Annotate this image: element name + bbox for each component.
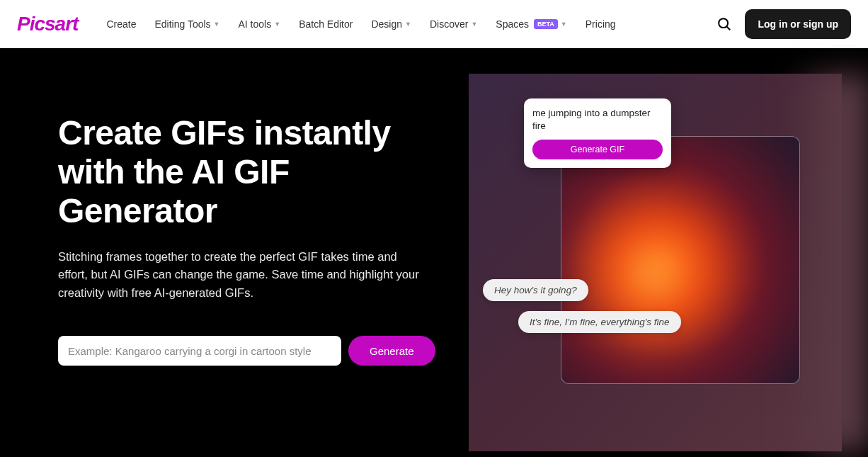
logo[interactable]: Picsart bbox=[17, 13, 78, 35]
beta-badge: BETA bbox=[534, 19, 558, 29]
nav-discover[interactable]: Discover▼ bbox=[430, 18, 477, 30]
nav-design[interactable]: Design▼ bbox=[371, 18, 411, 30]
header-right: Log in or sign up bbox=[716, 9, 851, 39]
generate-button[interactable]: Generate bbox=[348, 336, 435, 366]
hero-title: Create GIFs instantly with the AI GIF Ge… bbox=[58, 113, 440, 231]
login-button[interactable]: Log in or sign up bbox=[745, 9, 851, 39]
nav-editing-tools[interactable]: Editing Tools▼ bbox=[154, 18, 219, 30]
chevron-down-icon: ▼ bbox=[214, 21, 220, 28]
hero-section: Create GIFs instantly with the AI GIF Ge… bbox=[0, 48, 868, 457]
header: Picsart Create Editing Tools▼ AI tools▼ … bbox=[0, 0, 868, 48]
preview-frame bbox=[561, 136, 800, 384]
sample-prompt-card: me jumping into a dumpster fire Generate… bbox=[524, 98, 671, 168]
search-icon[interactable] bbox=[716, 16, 732, 32]
main-nav: Create Editing Tools▼ AI tools▼ Batch Ed… bbox=[106, 18, 688, 30]
chevron-down-icon: ▼ bbox=[561, 21, 567, 28]
chevron-down-icon: ▼ bbox=[471, 21, 477, 28]
nav-ai-tools[interactable]: AI tools▼ bbox=[239, 18, 281, 30]
chevron-down-icon: ▼ bbox=[405, 21, 411, 28]
hero-preview: me jumping into a dumpster fire Generate… bbox=[469, 74, 842, 451]
nav-create[interactable]: Create bbox=[106, 18, 136, 30]
prompt-row: Generate bbox=[58, 336, 440, 366]
hero-description: Stitching frames together to create the … bbox=[58, 248, 419, 303]
chat-bubble-1: Hey how's it going? bbox=[483, 279, 588, 301]
nav-batch-editor[interactable]: Batch Editor bbox=[299, 18, 353, 30]
svg-point-0 bbox=[719, 18, 729, 28]
chat-bubble-2: It's fine, I'm fine, everything's fine bbox=[518, 311, 681, 333]
chevron-down-icon: ▼ bbox=[274, 21, 280, 28]
svg-line-1 bbox=[727, 27, 731, 30]
sample-generate-button[interactable]: Generate GIF bbox=[532, 140, 663, 159]
nav-pricing[interactable]: Pricing bbox=[586, 18, 616, 30]
sample-prompt-text: me jumping into a dumpster fire bbox=[532, 107, 663, 132]
prompt-input[interactable] bbox=[58, 336, 341, 366]
nav-spaces[interactable]: SpacesBETA▼ bbox=[496, 18, 566, 30]
hero-left: Create GIFs instantly with the AI GIF Ge… bbox=[58, 48, 440, 457]
